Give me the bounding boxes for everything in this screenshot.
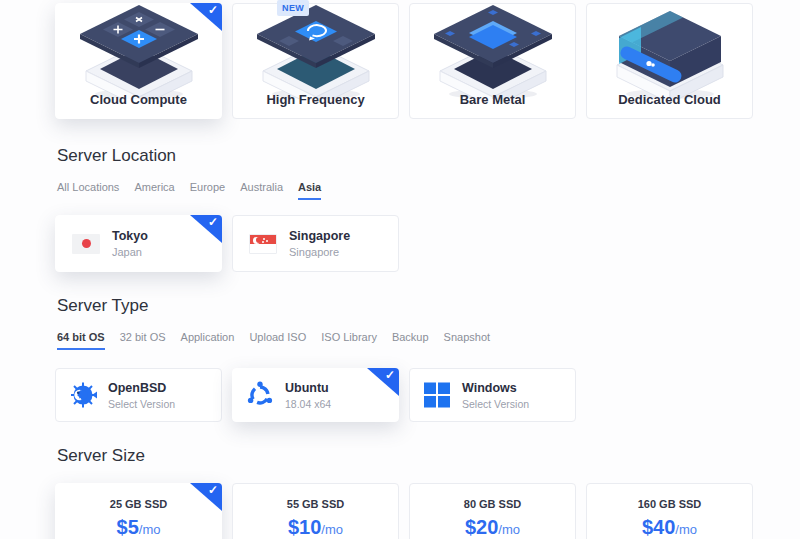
tab-upload-iso[interactable]: Upload ISO — [249, 331, 306, 350]
product-card-label: Bare Metal — [410, 92, 575, 107]
selected-check-icon — [190, 215, 222, 243]
tab-asia[interactable]: Asia — [298, 181, 321, 200]
tab-application[interactable]: Application — [181, 331, 235, 350]
server-type-title: Server Type — [57, 296, 148, 316]
new-badge: NEW — [277, 0, 309, 16]
openbsd-icon — [69, 381, 97, 409]
os-subtitle: Select Version — [108, 398, 175, 410]
server-location-title: Server Location — [57, 146, 176, 166]
product-card-cloud-compute[interactable]: Cloud Compute — [55, 3, 222, 119]
server-type-tabs: 64 bit OS 32 bit OS Application Upload I… — [57, 331, 490, 350]
size-card-25gb[interactable]: 25 GB SSD $5/mo — [55, 483, 222, 539]
location-card-tokyo[interactable]: Tokyo Japan — [55, 215, 222, 272]
os-name: Windows — [462, 381, 529, 395]
location-city: Singapore — [289, 229, 350, 243]
size-card-80gb[interactable]: 80 GB SSD $20/mo — [409, 483, 576, 539]
bare-metal-illustration — [428, 5, 558, 99]
os-name: OpenBSD — [108, 381, 175, 395]
product-card-row: Cloud Compute NEW High Frequency — [55, 3, 753, 119]
os-subtitle: 18.04 x64 — [285, 398, 331, 410]
size-card-160gb[interactable]: 160 GB SSD $40/mo — [586, 483, 753, 539]
tab-australia[interactable]: Australia — [240, 181, 283, 200]
location-card-singapore[interactable]: Singapore Singapore — [232, 215, 399, 272]
location-country: Singapore — [289, 246, 350, 258]
plan-price: $20/mo — [410, 516, 575, 539]
cloud-compute-illustration — [74, 5, 204, 99]
os-card-openbsd[interactable]: OpenBSD Select Version — [55, 368, 222, 422]
plan-storage: 80 GB SSD — [410, 498, 575, 510]
os-card-row: OpenBSD Select Version Ubuntu 18.04 x64 — [55, 368, 576, 422]
plan-price: $10/mo — [233, 516, 398, 539]
dedicated-cloud-illustration — [605, 5, 735, 99]
location-tabs: All Locations America Europe Australia A… — [57, 181, 321, 200]
os-subtitle: Select Version — [462, 398, 529, 410]
plan-storage: 160 GB SSD — [587, 498, 752, 510]
selected-check-icon — [367, 368, 399, 396]
tab-iso-library[interactable]: ISO Library — [321, 331, 377, 350]
location-city: Tokyo — [112, 229, 148, 243]
tab-all-locations[interactable]: All Locations — [57, 181, 119, 200]
product-card-high-frequency[interactable]: NEW High Frequency — [232, 3, 399, 119]
windows-icon — [423, 381, 451, 409]
location-country: Japan — [112, 246, 148, 258]
size-card-row: 25 GB SSD $5/mo 55 GB SSD $10/mo 80 GB S… — [55, 483, 753, 539]
product-card-label: Dedicated Cloud — [587, 92, 752, 107]
os-name: Ubuntu — [285, 381, 331, 395]
os-card-ubuntu[interactable]: Ubuntu 18.04 x64 — [232, 368, 399, 422]
plan-storage: 25 GB SSD — [56, 498, 221, 510]
japan-flag-icon — [72, 234, 100, 254]
tab-snapshot[interactable]: Snapshot — [444, 331, 490, 350]
tab-europe[interactable]: Europe — [190, 181, 225, 200]
product-card-label: Cloud Compute — [56, 92, 221, 107]
os-card-windows[interactable]: Windows Select Version — [409, 368, 576, 422]
plan-storage: 55 GB SSD — [233, 498, 398, 510]
tab-64-bit-os[interactable]: 64 bit OS — [57, 331, 105, 350]
tab-backup[interactable]: Backup — [392, 331, 429, 350]
deploy-server-page: Cloud Compute NEW High Frequency — [0, 0, 800, 539]
server-size-title: Server Size — [57, 446, 145, 466]
location-card-row: Tokyo Japan Singapore Singapore — [55, 215, 399, 272]
tab-america[interactable]: America — [134, 181, 174, 200]
ubuntu-icon — [246, 381, 274, 409]
product-card-label: High Frequency — [233, 92, 398, 107]
plan-price: $40/mo — [587, 516, 752, 539]
singapore-flag-icon — [249, 234, 277, 254]
plan-price: $5/mo — [56, 516, 221, 539]
tab-32-bit-os[interactable]: 32 bit OS — [120, 331, 166, 350]
product-card-dedicated-cloud[interactable]: Dedicated Cloud — [586, 3, 753, 119]
high-frequency-illustration — [251, 5, 381, 99]
product-card-bare-metal[interactable]: Bare Metal — [409, 3, 576, 119]
size-card-55gb[interactable]: 55 GB SSD $10/mo — [232, 483, 399, 539]
